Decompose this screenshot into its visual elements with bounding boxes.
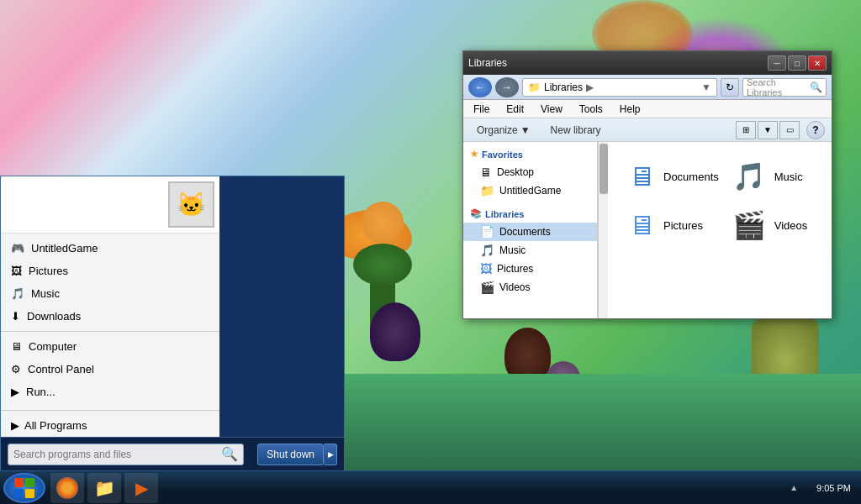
address-folder-icon: 📁 bbox=[528, 81, 541, 93]
close-button[interactable]: ✕ bbox=[808, 55, 827, 71]
menu-file[interactable]: File bbox=[467, 102, 496, 117]
start-menu-items: 🎮 UntitledGame 🖼 Pictures 🎵 Music ⬇ Down… bbox=[1, 234, 219, 407]
explorer-toolbar: ← → 📁 Libraries ▶ ▼ ↻ Search Libraries 🔍 bbox=[463, 75, 832, 100]
preview-pane[interactable]: ▭ bbox=[779, 121, 800, 139]
start-item-downloads[interactable]: ⬇ Downloads bbox=[1, 305, 219, 328]
new-library-button[interactable]: New library bbox=[544, 121, 608, 139]
library-icon: 📚 bbox=[470, 208, 482, 219]
explorer-actions: Organize ▼ New library ⊞ ▼ ▭ ? bbox=[463, 118, 832, 142]
content-pictures-icon: 🖥 bbox=[628, 210, 655, 241]
taskbar-firefox[interactable] bbox=[50, 473, 84, 503]
start-menu-left: 🐱 🎮 UntitledGame 🖼 Pictures 🎵 Music ⬇ bbox=[1, 176, 219, 437]
taskbar-media[interactable]: ▶ bbox=[124, 473, 158, 503]
window-controls: ─ □ ✕ bbox=[768, 55, 827, 71]
menu-tools[interactable]: Tools bbox=[573, 102, 610, 117]
view-dropdown[interactable]: ▼ bbox=[758, 121, 778, 139]
address-dropdown-icon[interactable]: ▼ bbox=[701, 81, 711, 93]
search-icon: 🔍 bbox=[810, 81, 822, 93]
nav-desktop[interactable]: 🖥 Desktop bbox=[463, 163, 597, 181]
control-panel-icon: ⚙ bbox=[11, 363, 21, 375]
search-icon: 🔍 bbox=[221, 446, 238, 462]
explorer-title: Libraries bbox=[468, 57, 507, 69]
start-button[interactable] bbox=[3, 473, 45, 503]
content-videos[interactable]: 🎬 Videos bbox=[726, 204, 818, 246]
downloads-icon: ⬇ bbox=[11, 310, 20, 323]
start-item-music[interactable]: 🎵 Music bbox=[1, 282, 219, 305]
explorer-menu: File Edit View Tools Help bbox=[463, 100, 832, 118]
music-nav-icon: 🎵 bbox=[480, 244, 494, 257]
explorer-nav: ★ Favorites 🖥 Desktop 📁 UntitledGame 📚 L… bbox=[463, 142, 598, 318]
user-avatar: 🐱 bbox=[168, 181, 214, 228]
address-arrow: ▶ bbox=[586, 81, 594, 93]
content-music[interactable]: 🎵 Music bbox=[726, 155, 818, 197]
run-icon: ▶ bbox=[11, 386, 19, 398]
nav-scrollbar[interactable] bbox=[598, 142, 608, 318]
content-documents-icon: 🖥 bbox=[628, 161, 655, 192]
shutdown-arrow-button[interactable]: ▶ bbox=[324, 444, 337, 465]
search-bar[interactable]: Search Libraries 🔍 bbox=[742, 78, 827, 97]
all-programs-button[interactable]: ▶ All Programs bbox=[1, 414, 219, 437]
shutdown-label: Shut down bbox=[267, 449, 314, 460]
view-large-icon[interactable]: ⊞ bbox=[736, 121, 756, 139]
untitledgame-folder-icon: 📁 bbox=[480, 184, 494, 197]
pictures-nav-icon: 🖼 bbox=[480, 262, 492, 276]
documents-icon: 📄 bbox=[480, 225, 494, 239]
search-input[interactable] bbox=[13, 449, 218, 460]
maximize-button[interactable]: □ bbox=[788, 55, 806, 71]
desktop-icon: 🖥 bbox=[480, 165, 492, 179]
menu-edit[interactable]: Edit bbox=[499, 102, 531, 117]
taskbar-clock: 9:05 PM bbox=[810, 483, 858, 493]
refresh-button[interactable]: ↻ bbox=[721, 78, 739, 97]
taskbar: 📁 ▶ ▲ 9:05 PM bbox=[0, 470, 861, 504]
tray-arrow-icon[interactable]: ▲ bbox=[790, 483, 798, 492]
new-library-label: New library bbox=[551, 124, 601, 136]
nav-music[interactable]: 🎵 Music bbox=[463, 241, 597, 260]
forward-button[interactable]: → bbox=[495, 77, 519, 97]
favorites-header: ★ Favorites bbox=[463, 145, 597, 163]
nav-untitledgame[interactable]: 📁 UntitledGame bbox=[463, 181, 597, 200]
start-item-pictures[interactable]: 🖼 Pictures bbox=[1, 260, 219, 282]
shutdown-button[interactable]: Shut down bbox=[257, 444, 324, 465]
taskbar-explorer[interactable]: 📁 bbox=[87, 473, 121, 503]
nav-documents[interactable]: 📄 Documents bbox=[463, 223, 597, 241]
address-bar[interactable]: 📁 Libraries ▶ ▼ bbox=[522, 78, 717, 97]
help-button[interactable]: ? bbox=[806, 121, 825, 139]
search-box[interactable]: 🔍 bbox=[8, 444, 244, 465]
content-documents[interactable]: 🖥 Documents bbox=[621, 155, 726, 197]
menu-view[interactable]: View bbox=[534, 102, 569, 117]
star-icon: ★ bbox=[470, 149, 478, 160]
start-item-run[interactable]: ▶ Run... bbox=[1, 381, 219, 403]
content-pictures[interactable]: 🖥 Pictures bbox=[621, 204, 726, 246]
start-item-control-panel[interactable]: ⚙ Control Panel bbox=[1, 358, 219, 381]
organize-button[interactable]: Organize ▼ bbox=[470, 121, 537, 139]
menu-help[interactable]: Help bbox=[613, 102, 647, 117]
start-item-untitledgame[interactable]: 🎮 UntitledGame bbox=[1, 237, 219, 260]
organize-label: Organize bbox=[477, 124, 518, 136]
content-videos-icon: 🎬 bbox=[732, 209, 766, 241]
start-menu-bottom: 🔍 Shut down ▶ bbox=[1, 437, 344, 470]
scroll-thumb[interactable] bbox=[600, 144, 608, 194]
start-item-computer[interactable]: 🖥 Computer bbox=[1, 335, 219, 358]
search-placeholder-text: Search Libraries bbox=[747, 77, 806, 97]
nav-videos[interactable]: 🎬 Videos bbox=[463, 278, 597, 297]
windows-logo-icon bbox=[14, 478, 34, 498]
media-taskbar-icon: ▶ bbox=[135, 478, 148, 498]
nav-pictures[interactable]: 🖼 Pictures bbox=[463, 260, 597, 278]
explorer-body: ★ Favorites 🖥 Desktop 📁 UntitledGame 📚 L… bbox=[463, 142, 832, 318]
computer-icon: 🖥 bbox=[11, 340, 22, 353]
music-icon: 🎵 bbox=[11, 287, 24, 300]
start-menu-right bbox=[219, 176, 344, 437]
explorer-content: 🖥 Documents 🎵 Music 🖥 Pictures 🎬 Videos bbox=[608, 142, 832, 318]
libraries-header: 📚 Libraries bbox=[463, 205, 597, 223]
back-button[interactable]: ← bbox=[468, 77, 492, 97]
start-menu-top: 🐱 🎮 UntitledGame 🖼 Pictures 🎵 Music ⬇ bbox=[1, 176, 344, 437]
pictures-icon: 🖼 bbox=[11, 265, 22, 277]
game-icon: 🎮 bbox=[11, 242, 24, 255]
folder-taskbar-icon: 📁 bbox=[94, 478, 115, 498]
shutdown-area: Shut down ▶ bbox=[251, 444, 337, 465]
explorer-window: Libraries ─ □ ✕ ← → 📁 Libraries ▶ ▼ ↻ Se… bbox=[462, 50, 832, 319]
organize-dropdown-icon: ▼ bbox=[520, 124, 531, 136]
content-music-icon: 🎵 bbox=[732, 160, 766, 192]
minimize-button[interactable]: ─ bbox=[768, 55, 786, 71]
clock-time: 9:05 PM bbox=[816, 483, 851, 493]
